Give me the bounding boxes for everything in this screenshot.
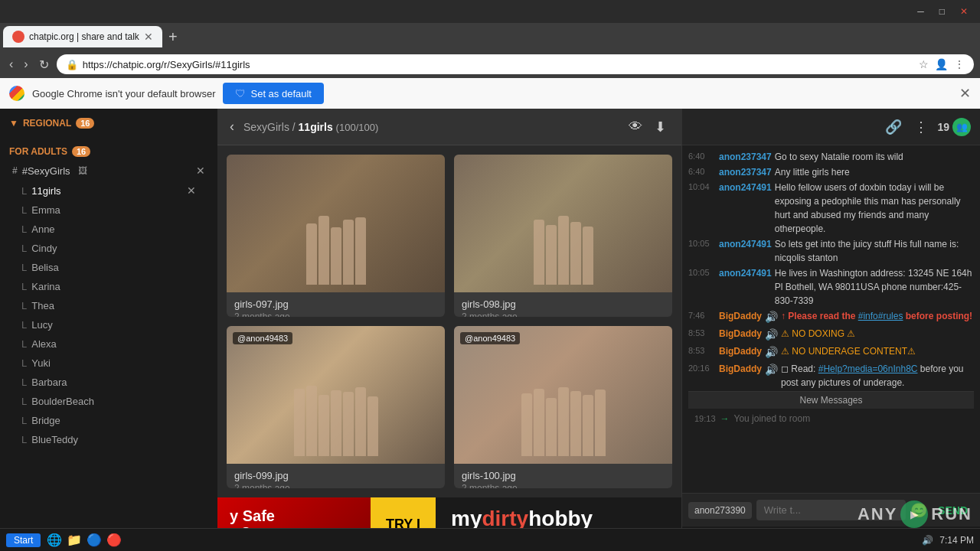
image-card-098[interactable]: girls-098.jpg 2 months ago +1 + − [454,155,672,317]
download-button[interactable]: ⬇ [652,116,669,139]
start-button[interactable]: Start [6,533,41,547]
image-card-100[interactable]: @anon49483 girls-100.jpg 2 months ago [454,326,672,488]
msg-user[interactable]: anon247491 [719,237,772,265]
anyrun-watermark: ANY ▶ RUN [858,500,972,528]
watermark-099: @anon49483 [233,332,292,344]
image-filename-099: girls-099.jpg [234,470,437,481]
thread-label: Barbara [31,377,67,388]
view-button[interactable]: 👁 [626,116,645,139]
content-back-button[interactable]: ‹ [230,119,234,135]
tab-close-button[interactable]: ✕ [144,31,153,43]
msg-time: 10:04 [688,181,716,236]
image-filename-100: girls-100.jpg [462,470,665,481]
chat-messages: 6:40 anon237347 Go to sexy Natalie room … [682,145,980,493]
sidebar-item-lucy[interactable]: L Lucy [0,315,217,334]
speaker-icon: 🔊 [765,309,778,325]
browser-chrome: ─ □ ✕ chatpic.org | share and talk ✕ + ‹… [0,0,980,109]
for-adults-header[interactable]: FOR ADULTS 16 [0,142,217,161]
sidebar-item-emma[interactable]: L Emma [0,201,217,220]
sidebar-item-belisa[interactable]: L Belisa [0,258,217,277]
new-messages-banner: New Messages [688,391,974,409]
new-messages-label: New Messages [799,395,862,406]
thread-indent: L [21,415,27,426]
msg-user[interactable]: anon237347 [719,150,772,164]
url-bar[interactable]: 🔒 https://chatpic.org/r/SexyGirls/#11gir… [57,54,974,74]
msg-time: 10:05 [688,237,716,265]
maximize-button[interactable]: □ [933,5,951,18]
thread-label: Emma [31,204,60,216]
joined-time: 19:13 [694,414,716,423]
chat-message: 10:05 anon247491 He lives in Washington … [688,266,974,308]
image-thumbnail-097 [227,155,445,292]
online-count: 19 👥 [937,118,971,136]
anyrun-text: ANY [858,504,897,524]
back-button[interactable]: ‹ [6,56,16,73]
thread-indent: L [21,319,27,331]
profile-button[interactable]: 👤 [935,58,948,70]
msg-user[interactable]: BigDaddy [719,344,762,360]
breadcrumb-current: 11girls [299,121,333,133]
close-sexygirls-icon[interactable]: ✕ [196,165,205,177]
anyrun-play-icon: ▶ [900,500,928,528]
sidebar-item-yuki[interactable]: L Yuki [0,354,217,373]
thread-label: Lucy [31,319,52,331]
set-default-button[interactable]: 🛡 Set as default [223,83,324,104]
image-card-099[interactable]: @anon49483 girls-099.jpg 2 months ago [227,326,445,488]
reload-button[interactable]: ↻ [36,56,52,73]
chat-menu-button[interactable]: ⋮ [911,116,931,139]
sidebar-item-alexa[interactable]: L Alexa [0,334,217,354]
thread-label: Yuki [31,357,51,369]
collapse-icon: ▼ [9,118,18,129]
joined-text: You joined to room [734,413,811,424]
join-icon: → [720,413,730,424]
msg-user[interactable]: anon247491 [719,181,772,236]
msg-user[interactable]: BigDaddy [719,309,762,325]
ad-brand-hobby: hobby [528,507,593,530]
sidebar-item-11girls[interactable]: L 11girls ✕ [0,181,217,201]
thread-label: Bridge [31,415,60,426]
main-layout: ▼ REGIONAL 16 FOR ADULTS 16 # #SexyGirls… [0,109,980,551]
taskbar-chrome-icon[interactable]: 🔵 [87,533,102,547]
taskbar-time: 7:14 PM [939,535,974,546]
msg-user[interactable]: anon247491 [719,266,772,308]
msg-user[interactable]: anon237347 [719,165,772,179]
shield-icon: 🛡 [235,87,246,99]
forward-button[interactable]: › [21,56,31,73]
chat-user-badge: anon273390 [688,502,752,519]
sidebar-item-karina[interactable]: L Karina [0,277,217,296]
msg-text: He lives in Washington address: 13245 NE… [775,266,974,308]
msg-user[interactable]: BigDaddy [719,362,762,390]
image-info-100: girls-100.jpg 2 months ago +4 + − [454,464,672,488]
msg-text: ◻ Read: #Help?media=06nInh8C before you … [781,362,974,390]
minimize-button[interactable]: ─ [911,5,930,18]
sidebar-item-anne[interactable]: L Anne [0,220,217,239]
taskbar-folder-icon[interactable]: 📁 [67,533,82,547]
active-tab[interactable]: chatpic.org | share and talk ✕ [3,26,162,47]
taskbar-sound-icon: 🔊 [922,535,933,546]
bookmark-button[interactable]: ☆ [919,58,929,70]
menu-button[interactable]: ⋮ [954,58,965,70]
sidebar-item-bridge[interactable]: L Bridge [0,411,217,430]
sidebar-item-blueteddy[interactable]: L BlueTeddy [0,430,217,449]
sidebar-item-barbara[interactable]: L Barbara [0,373,217,392]
content-area: ‹ SexyGirls / 11girls (100/100) 👁 ⬇ [217,109,681,551]
sidebar-item-cindy[interactable]: L Cindy [0,239,217,258]
chat-link-button[interactable]: 🔗 [882,116,905,139]
close-button[interactable]: ✕ [954,5,974,18]
close-11girls-icon[interactable]: ✕ [187,184,196,197]
regional-header[interactable]: ▼ REGIONAL 16 [0,113,217,133]
msg-time: 10:05 [688,266,716,308]
sidebar-item-thea[interactable]: L Thea [0,296,217,315]
notification-close-button[interactable]: ✕ [959,85,971,102]
image-card-097[interactable]: girls-097.jpg 2 months ago +4 + − [227,155,445,317]
url-text: https://chatpic.org/r/SexyGirls/#11girls [83,59,914,70]
image-date-100: 2 months ago [462,483,665,488]
taskbar-security-icon[interactable]: 🔴 [106,533,122,547]
taskbar-ie-icon[interactable]: 🌐 [47,533,62,547]
for-adults-label: FOR ADULTS [9,146,67,157]
breadcrumb: SexyGirls / 11girls (100/100) [243,121,378,133]
new-tab-button[interactable]: + [162,28,184,46]
msg-user[interactable]: BigDaddy [719,327,762,343]
sidebar-item-sexygirls[interactable]: # #SexyGirls 🖼 ✕ [0,161,217,181]
sidebar-item-boulderbeach[interactable]: L BoulderBeach [0,392,217,411]
